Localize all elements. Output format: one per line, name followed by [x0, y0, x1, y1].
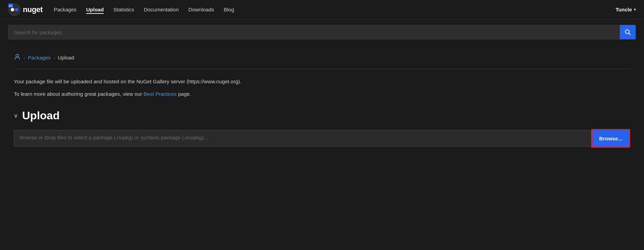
file-drop-area[interactable]: Browse or Drop files to select a package…: [14, 130, 591, 147]
logo-text: nuget: [23, 5, 43, 14]
upload-heading: ∨ Upload: [14, 109, 630, 122]
search-button[interactable]: [620, 25, 636, 39]
search-wrapper: [8, 25, 636, 39]
user-menu[interactable]: Tuncle ▾: [616, 7, 636, 12]
user-name: Tuncle: [616, 7, 632, 12]
svg-point-7: [16, 54, 19, 57]
best-practices-link[interactable]: Best Practices: [143, 91, 177, 97]
upload-title: Upload: [22, 109, 59, 122]
nav-link-upload[interactable]: Upload: [86, 5, 104, 14]
logo-link[interactable]: EN nuget: [8, 3, 43, 16]
breadcrumb-current: Upload: [58, 55, 74, 61]
svg-point-2: [15, 8, 18, 11]
browse-button[interactable]: Browse...: [592, 130, 629, 147]
breadcrumb-sep2: ›: [54, 55, 55, 61]
info-line2: To learn more about authoring great pack…: [14, 90, 630, 98]
navbar: EN nuget Packages Upload Statistics Docu…: [0, 0, 644, 19]
nav-link-documentation[interactable]: Documentation: [144, 5, 179, 14]
svg-text:EN: EN: [9, 5, 12, 7]
search-input[interactable]: [8, 25, 620, 39]
breadcrumb-sep1: ›: [24, 55, 25, 61]
svg-line-6: [629, 33, 631, 35]
user-icon: [14, 53, 21, 62]
upload-section: ∨ Upload Browse or Drop files to select …: [14, 109, 630, 148]
search-section: [0, 19, 644, 45]
nav-link-statistics[interactable]: Statistics: [113, 5, 134, 14]
info-line1: Your package file will be uploaded and h…: [14, 77, 630, 86]
breadcrumb: › Packages › Upload: [14, 53, 630, 62]
svg-point-1: [11, 8, 14, 11]
breadcrumb-packages[interactable]: Packages: [28, 55, 51, 61]
nav-link-packages[interactable]: Packages: [54, 5, 76, 14]
file-drop-placeholder: Browse or Drop files to select a package…: [20, 135, 208, 140]
nav-link-downloads[interactable]: Downloads: [188, 5, 214, 14]
file-upload-row: Browse or Drop files to select a package…: [14, 129, 630, 148]
nav-links: Packages Upload Statistics Documentation…: [54, 5, 615, 14]
info-line2-suffix: page.: [177, 91, 191, 97]
search-icon: [625, 29, 631, 35]
logo-icon: EN: [8, 3, 21, 16]
collapse-icon[interactable]: ∨: [14, 112, 18, 119]
info-line2-prefix: To learn more about authoring great pack…: [14, 91, 143, 97]
section-divider: [14, 69, 630, 69]
browse-btn-wrapper: Browse...: [591, 129, 630, 148]
main-content: › Packages › Upload Your package file wi…: [0, 45, 644, 156]
chevron-down-icon: ▾: [634, 8, 636, 11]
nav-link-blog[interactable]: Blog: [224, 5, 234, 14]
